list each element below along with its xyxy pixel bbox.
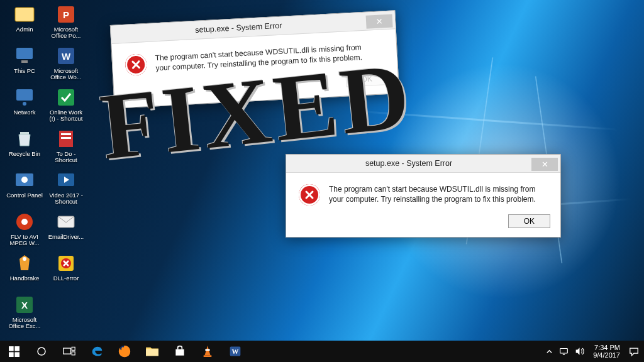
desktop-icon-network[interactable]: Network — [4, 85, 45, 127]
desktop-icon-word[interactable]: WMicrosoft Office Wo... — [45, 44, 87, 85]
ok-button[interactable]: OK — [508, 214, 550, 228]
desktop-icon-recycle-bin[interactable]: Recycle Bin — [4, 127, 45, 168]
svg-point-7 — [21, 177, 28, 183]
svg-rect-39 — [563, 353, 565, 354]
svg-rect-26 — [14, 346, 19, 351]
error-dialog-1[interactable]: setup.exe - System Error ✕ The program c… — [110, 10, 399, 109]
ok-button[interactable]: OK — [345, 71, 388, 87]
powerpoint-icon: P — [55, 4, 77, 25]
desktop-icon-label: Microsoft Office Po... — [47, 26, 86, 40]
emaildriver-icon — [55, 211, 77, 233]
desktop-icon-todo[interactable]: To Do - Shortcut — [45, 127, 87, 168]
taskbar-app-firefox[interactable] — [111, 341, 138, 362]
desktop-icon-label: DLL-error — [53, 275, 79, 282]
desktop-icon-label: Recycle Bin — [9, 151, 40, 157]
svg-rect-38 — [560, 348, 568, 353]
close-button[interactable]: ✕ — [531, 158, 558, 171]
taskbar-app-explorer[interactable] — [138, 341, 166, 362]
svg-rect-28 — [14, 352, 19, 357]
error-icon — [125, 53, 147, 76]
video-2017-icon — [55, 170, 77, 191]
svg-rect-17 — [58, 89, 74, 106]
dialog-titlebar[interactable]: setup.exe - System Error ✕ — [286, 155, 560, 173]
excel-icon: X — [14, 294, 35, 315]
clock-date: 9/4/2017 — [593, 351, 620, 359]
dll-error-icon — [55, 253, 77, 274]
desktop-icon-video-2017[interactable]: Video 2017 - Shortcut — [45, 168, 87, 210]
taskbar: W 7:34 PM 9/4/2017 — [0, 341, 644, 362]
start-button[interactable] — [0, 341, 28, 362]
this-pc-icon — [14, 45, 35, 67]
network-icon — [14, 87, 35, 108]
svg-rect-27 — [9, 352, 14, 357]
dialog-message: The program can't start because WDSUTIL.… — [155, 42, 369, 75]
desktop-icon-online-work[interactable]: Online Work (!) - Shortcut — [45, 85, 87, 127]
word-icon: W — [55, 45, 77, 67]
svg-rect-19 — [61, 133, 71, 135]
taskbar-app-edge[interactable] — [83, 341, 111, 362]
action-center-button[interactable] — [629, 347, 639, 356]
flv-to-avi-icon — [14, 211, 35, 233]
desktop-icon-flv-to-avi[interactable]: FLV to AVI MPEG W... — [4, 210, 45, 251]
todo-icon — [55, 128, 77, 150]
svg-rect-1 — [16, 48, 33, 59]
dialog-message: The program can't start because WDSUTIL.… — [329, 184, 543, 206]
svg-rect-3 — [16, 89, 33, 101]
tray-network-icon[interactable] — [559, 348, 569, 356]
desktop-icon-label: Admin — [16, 26, 33, 33]
desktop-icon-control-panel[interactable]: Control Panel — [4, 168, 45, 210]
error-dialog-2[interactable]: setup.exe - System Error ✕ The program c… — [286, 154, 561, 238]
svg-rect-0 — [15, 8, 34, 21]
tray-chevron-up-icon[interactable] — [546, 348, 553, 355]
svg-rect-25 — [9, 346, 14, 351]
svg-rect-35 — [205, 349, 209, 351]
firefox-icon — [118, 344, 131, 358]
desktop-icon-label: Online Work (!) - Shortcut — [47, 109, 86, 123]
svg-text:X: X — [21, 300, 28, 310]
desktop-icon-label: FLV to AVI MPEG W... — [5, 234, 44, 247]
desktop-icon-label: This PC — [14, 68, 35, 74]
recycle-bin-icon — [14, 128, 35, 150]
desktop-icon-label: Handbrake — [10, 275, 39, 282]
svg-rect-5 — [20, 132, 29, 134]
desktop-icon-label: Microsoft Office Wo... — [47, 68, 86, 81]
taskbar-clock[interactable]: 7:34 PM 9/4/2017 — [591, 344, 623, 359]
windows-logo-icon — [9, 346, 19, 357]
clock-time: 7:34 PM — [594, 344, 620, 351]
svg-point-4 — [23, 102, 26, 106]
taskbar-app-vlc[interactable] — [194, 341, 221, 362]
admin-icon — [14, 4, 35, 25]
cortana-search-button[interactable] — [28, 341, 55, 362]
desktop-icon-emaildriver[interactable]: EmailDriver... — [45, 210, 87, 251]
desktop-icon-admin[interactable]: Admin — [4, 3, 45, 44]
svg-point-29 — [38, 348, 45, 355]
desktop-icon-label: To Do - Shortcut — [47, 151, 86, 164]
vlc-icon — [202, 345, 213, 358]
file-explorer-icon — [145, 346, 159, 357]
system-tray: 7:34 PM 9/4/2017 — [541, 341, 644, 362]
control-panel-icon — [14, 170, 35, 191]
error-icon — [299, 184, 320, 206]
desktop-icon-label: Control Panel — [6, 192, 43, 199]
online-work-icon — [55, 87, 77, 108]
desktop-icon-handbrake[interactable]: Handbrake — [4, 251, 45, 293]
desktop-icon-powerpoint[interactable]: PMicrosoft Office Po... — [45, 3, 87, 44]
desktop-icon-this-pc[interactable]: This PC — [4, 44, 45, 85]
desktop-icon-label: Microsoft Office Exc... — [5, 317, 44, 330]
desktop-icon-label: EmailDriver... — [48, 234, 84, 240]
cortana-icon — [36, 346, 47, 357]
task-view-icon — [63, 346, 75, 356]
desktop-icon-label: Network — [14, 109, 36, 116]
desktop-icon-excel[interactable]: XMicrosoft Office Exc... — [4, 293, 45, 334]
tray-volume-icon[interactable] — [575, 347, 584, 356]
word-icon: W — [229, 345, 242, 358]
taskbar-app-word[interactable]: W — [221, 341, 249, 362]
desktop-icon-dll-error[interactable]: DLL-error — [45, 251, 87, 293]
task-view-button[interactable] — [55, 341, 83, 362]
svg-text:W: W — [232, 348, 239, 355]
svg-point-10 — [23, 257, 26, 261]
close-button[interactable]: ✕ — [366, 14, 393, 28]
close-icon: ✕ — [375, 16, 383, 26]
svg-rect-32 — [72, 352, 75, 355]
taskbar-app-store[interactable] — [166, 341, 194, 362]
